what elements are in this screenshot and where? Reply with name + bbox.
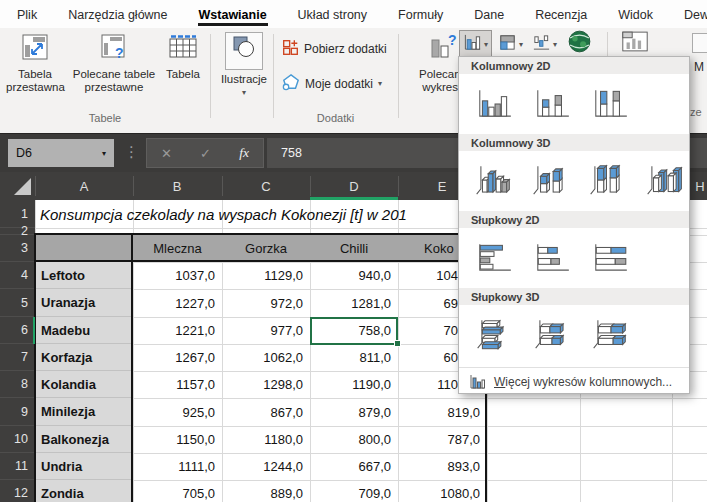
column-header-H[interactable]: H	[690, 172, 707, 200]
cell-A10[interactable]: Balkonezja	[35, 426, 133, 453]
cell-C12[interactable]: 889,0	[222, 480, 310, 502]
cell-A11[interactable]: Undria	[35, 453, 133, 480]
stacked-bar-icon	[532, 241, 572, 275]
cell-D7[interactable]: 811,0	[310, 344, 398, 371]
menu-section-items-col3d	[459, 151, 689, 211]
100-stacked-column-3d-icon[interactable]	[582, 157, 632, 205]
stacked-bar-icon[interactable]	[526, 234, 577, 282]
row-header-7[interactable]: 7	[0, 344, 35, 371]
cell-A4[interactable]: Leftoto	[35, 262, 133, 289]
cell-C11[interactable]: 1244,0	[222, 453, 310, 480]
table-border-header-bottom	[34, 260, 487, 262]
cell-B7[interactable]: 1267,0	[133, 344, 222, 371]
cell-D10[interactable]: 800,0	[310, 426, 398, 453]
stacked-bar-3d-icon	[532, 318, 572, 352]
clustered-bar-icon[interactable]	[468, 234, 519, 282]
100-stacked-column-icon	[590, 87, 630, 121]
column-header-separator	[398, 176, 399, 196]
cell-E11[interactable]: 893,0	[398, 453, 487, 480]
cell-C3[interactable]: Gorzka	[222, 235, 310, 262]
stacked-column-icon[interactable]	[526, 80, 577, 128]
select-all-corner[interactable]	[14, 178, 31, 195]
cell-A8[interactable]: Kolandia	[35, 371, 133, 398]
column-header-E[interactable]: E	[432, 172, 452, 200]
row-header-9[interactable]: 9	[0, 398, 35, 426]
cell-B8[interactable]: 1157,0	[133, 371, 222, 398]
row-header-5[interactable]: 5	[0, 289, 35, 317]
cell-C10[interactable]: 1180,0	[222, 426, 310, 453]
row-header-3[interactable]: 3	[0, 235, 35, 262]
row-header-10[interactable]: 10	[0, 426, 35, 453]
row-header-12[interactable]: 12	[0, 480, 35, 502]
clustered-bar-3d-icon[interactable]	[468, 311, 519, 359]
row-header-4[interactable]: 4	[0, 262, 35, 289]
cell-D9[interactable]: 879,0	[310, 398, 398, 426]
cell-B10[interactable]: 1150,0	[133, 426, 222, 453]
cell-B12[interactable]: 705,0	[133, 480, 222, 502]
cell-D8[interactable]: 1190,0	[310, 371, 398, 398]
cell-A9[interactable]: Minilezja	[35, 398, 133, 426]
cell-A12[interactable]: Zondia	[35, 480, 133, 502]
row-header-11[interactable]: 11	[0, 453, 35, 480]
more-charts-icon	[469, 374, 485, 390]
column-header-C[interactable]: C	[256, 172, 276, 200]
cell-D4[interactable]: 940,0	[310, 262, 398, 289]
cell-A6[interactable]: Madebu	[35, 317, 133, 344]
cell-C9[interactable]: 867,0	[222, 398, 310, 426]
selected-column-indicator	[310, 197, 398, 200]
cell-A5[interactable]: Uranazja	[35, 289, 133, 317]
more-column-charts-item[interactable]: Więcej wykresów kolumnowych...	[459, 367, 689, 395]
cell-E10[interactable]: 787,0	[398, 426, 487, 453]
selected-cell-D6[interactable]	[310, 317, 398, 345]
fill-handle[interactable]	[394, 340, 401, 347]
column-header-A[interactable]: A	[74, 172, 94, 200]
table-border-names-right	[131, 233, 133, 502]
clustered-column-3d-icon[interactable]	[468, 157, 518, 205]
cell-C5[interactable]: 972,0	[222, 289, 310, 317]
100-stacked-bar-icon[interactable]	[584, 234, 635, 282]
cell-D11[interactable]: 667,0	[310, 453, 398, 480]
cell-E12[interactable]: 1080,0	[398, 480, 487, 502]
excel-window: PlikNarzędzia główneWstawianieUkład stro…	[0, 0, 707, 502]
cell-B5[interactable]: 1227,0	[133, 289, 222, 317]
table-border-left	[34, 233, 36, 502]
cell-B3[interactable]: Mleczna	[133, 235, 222, 262]
row-header-2[interactable]: 2	[0, 228, 35, 235]
row-header-1[interactable]: 1	[0, 200, 35, 228]
cell-D5[interactable]: 1281,0	[310, 289, 398, 317]
cell-B9[interactable]: 925,0	[133, 398, 222, 426]
row-header-6[interactable]: 6	[0, 317, 35, 344]
column-header-separator	[310, 176, 311, 196]
column-header-B[interactable]: B	[167, 172, 187, 200]
cell-B4[interactable]: 1037,0	[133, 262, 222, 289]
cell-B11[interactable]: 1111,0	[133, 453, 222, 480]
cell-D3[interactable]: Chilli	[310, 235, 398, 262]
cell-E9[interactable]: 819,0	[398, 398, 487, 426]
100-stacked-column-icon[interactable]	[584, 80, 635, 128]
clustered-bar-3d-icon	[474, 318, 514, 352]
column-header-D[interactable]: D	[344, 172, 364, 200]
stacked-bar-3d-icon[interactable]	[526, 311, 577, 359]
menu-section-title-col3d: Kolumnowy 3D	[459, 134, 689, 151]
cell-D12[interactable]: 709,0	[310, 480, 398, 502]
column-3d-icon[interactable]	[639, 157, 689, 205]
cell-B6[interactable]: 1221,0	[133, 317, 222, 344]
menu-section-items-bar3d	[459, 305, 689, 365]
cell-C7[interactable]: 1062,0	[222, 344, 310, 371]
cell-A7[interactable]: Korfazja	[35, 344, 133, 371]
stacked-column-3d-icon[interactable]	[525, 157, 575, 205]
cell-A3[interactable]	[35, 235, 133, 262]
column-header-separator	[222, 176, 223, 196]
cell-C4[interactable]: 1129,0	[222, 262, 310, 289]
100-stacked-bar-3d-icon	[590, 318, 630, 352]
clustered-bar-icon	[474, 241, 514, 275]
column-3d-icon	[644, 164, 684, 198]
row-header-8[interactable]: 8	[0, 371, 35, 398]
clustered-column-icon[interactable]	[468, 80, 519, 128]
table-border-top	[34, 233, 487, 235]
cell-C6[interactable]: 977,0	[222, 317, 310, 344]
100-stacked-bar-3d-icon[interactable]	[584, 311, 635, 359]
menu-section-title-bar3d: Słupkowy 3D	[459, 288, 689, 305]
cell-A1-title[interactable]: Konsumpcja czekolady na wyspach Kokonezj…	[40, 201, 407, 227]
cell-C8[interactable]: 1298,0	[222, 371, 310, 398]
